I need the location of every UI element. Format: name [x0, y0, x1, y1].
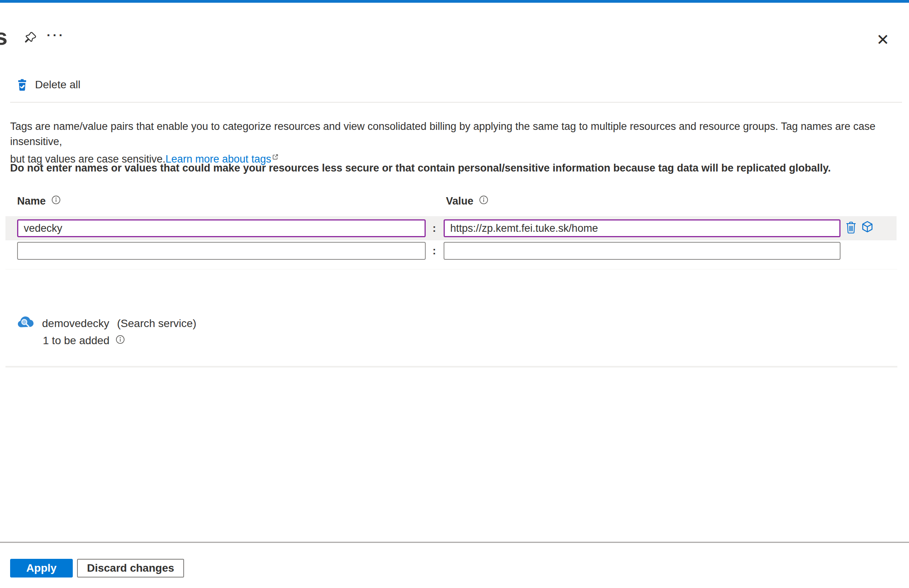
status-info-icon[interactable] — [116, 334, 125, 347]
pin-icon — [22, 41, 37, 47]
tag-name-input-1[interactable] — [17, 219, 426, 237]
security-warning: Do not enter names or values that could … — [10, 161, 905, 175]
apply-button[interactable]: Apply — [10, 559, 73, 578]
tag-separator: : — [431, 222, 437, 234]
assign-resource-button[interactable] — [861, 220, 874, 234]
search-service-icon — [16, 315, 34, 331]
value-info-icon[interactable] — [479, 195, 488, 207]
content-divider — [5, 366, 897, 368]
resource-status: 1 to be added — [43, 334, 109, 347]
value-column-header: Value — [446, 195, 488, 207]
tag-value-input-2[interactable] — [444, 242, 841, 260]
toolbar-divider — [10, 102, 902, 103]
description-line1: Tags are name/value pairs that enable yo… — [10, 121, 876, 147]
trash-icon — [845, 229, 857, 235]
resource-status-row: 1 to be added — [43, 334, 125, 347]
rows-separator — [5, 269, 897, 270]
page-title: s — [0, 23, 7, 50]
name-info-icon[interactable] — [51, 195, 61, 207]
value-header-label: Value — [446, 195, 474, 207]
tag-separator: : — [431, 245, 437, 257]
delete-tag-row-button[interactable] — [845, 221, 857, 235]
discard-changes-button[interactable]: Discard changes — [77, 559, 184, 578]
tag-value-input-1[interactable] — [444, 219, 841, 237]
cube-icon — [861, 229, 874, 234]
more-options-button[interactable]: ··· — [47, 28, 65, 42]
resource-name: demovedecky — [42, 317, 109, 330]
name-header-label: Name — [17, 195, 46, 207]
pin-button[interactable] — [22, 31, 37, 47]
delete-all-button[interactable]: Delete all — [17, 79, 81, 91]
close-icon: ✕ — [876, 31, 890, 48]
resource-row: demovedecky (Search service) — [42, 317, 197, 330]
ellipsis-icon: ··· — [47, 28, 65, 42]
name-column-header: Name — [17, 195, 61, 207]
delete-all-label: Delete all — [35, 79, 81, 91]
resource-type: (Search service) — [117, 317, 197, 330]
tags-description: Tags are name/value pairs that enable yo… — [10, 119, 905, 167]
top-accent-bar — [0, 0, 909, 3]
close-button[interactable]: ✕ — [876, 32, 890, 47]
footer-divider — [0, 542, 909, 543]
delete-all-icon — [17, 79, 27, 91]
tag-name-input-2[interactable] — [17, 242, 426, 260]
